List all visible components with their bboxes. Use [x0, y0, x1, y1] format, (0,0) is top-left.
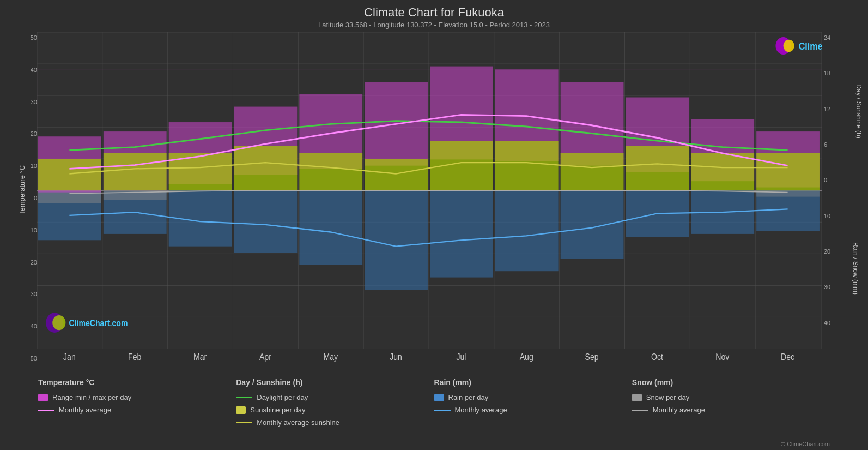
- legend-label-rain-avg: Monthly average: [455, 406, 507, 414]
- y-left-20: 20: [31, 130, 37, 137]
- legend-title-snow: Snow (mm): [632, 378, 830, 387]
- legend-item-sunshine-avg: Monthly average sunshine: [236, 418, 434, 427]
- svg-text:Dec: Dec: [781, 352, 795, 362]
- svg-rect-57: [299, 153, 362, 190]
- svg-rect-60: [495, 141, 559, 190]
- y-right-label-sunshine: Day / Sunshine (h): [854, 84, 862, 138]
- svg-rect-49: [561, 82, 624, 166]
- svg-text:Nov: Nov: [715, 352, 730, 362]
- svg-text:ClimeChart.com: ClimeChart.com: [69, 319, 128, 328]
- legend-label-sunshine-bar: Sunshine per day: [250, 406, 305, 414]
- legend-item-rain-avg: Monthly average: [434, 406, 632, 414]
- legend-item-temp-range: Range min / max per day: [38, 393, 236, 401]
- legend-line-temp-avg: [38, 410, 54, 411]
- svg-text:Jul: Jul: [456, 352, 466, 362]
- y-right-6: 6: [824, 141, 827, 148]
- legend-col-sunshine: Day / Sunshine (h) Daylight per day Suns…: [236, 378, 434, 445]
- legend-line-sunshine-avg: [236, 422, 252, 423]
- y-right-30: 30: [824, 284, 830, 290]
- svg-rect-34: [561, 190, 624, 259]
- svg-rect-64: [756, 153, 820, 190]
- svg-text:Oct: Oct: [651, 352, 664, 362]
- y-left-40: 40: [31, 67, 37, 73]
- svg-text:Apr: Apr: [259, 352, 271, 362]
- legend-col-rain: Rain (mm) Rain per day Monthly average: [434, 378, 632, 445]
- svg-rect-58: [365, 159, 428, 190]
- svg-text:Sep: Sep: [585, 352, 599, 362]
- svg-rect-30: [299, 190, 362, 265]
- x-axis-labels: Jan Feb Mar Apr May Jun Jul Aug Sep Oct …: [63, 352, 794, 362]
- svg-text:May: May: [323, 352, 338, 362]
- watermark-bottom: © ClimeChart.com: [781, 441, 830, 447]
- legend-label-temp-range: Range min / max per day: [52, 393, 131, 401]
- y-right-10: 10: [824, 213, 830, 219]
- svg-text:ClimeChart.com: ClimeChart.com: [799, 40, 822, 52]
- legend-swatch-temp-range: [38, 394, 48, 401]
- y-left-n30: -30: [28, 291, 37, 297]
- svg-point-82: [784, 40, 794, 52]
- y-left-30: 30: [31, 99, 37, 105]
- svg-text:Aug: Aug: [520, 352, 533, 362]
- svg-rect-33: [495, 190, 559, 271]
- y-left-10: 10: [31, 163, 37, 169]
- y-right-0t: 0: [824, 177, 827, 183]
- svg-text:Jan: Jan: [63, 352, 76, 362]
- legend-line-snow-avg: [632, 410, 648, 411]
- legend-item-snow-bar: Snow per day: [632, 393, 830, 401]
- svg-rect-32: [430, 190, 493, 277]
- svg-rect-40: [756, 190, 820, 196]
- y-right-12: 12: [824, 106, 830, 112]
- y-right-40: 40: [824, 320, 830, 326]
- y-right-pad: -: [822, 355, 824, 362]
- svg-point-79: [52, 315, 65, 330]
- y-left-n50: -50: [28, 355, 37, 362]
- svg-text:Feb: Feb: [128, 352, 141, 362]
- svg-rect-54: [104, 153, 167, 190]
- legend-item-snow-avg: Monthly average: [632, 406, 830, 414]
- svg-rect-29: [234, 190, 298, 253]
- legend-col-snow: Snow (mm) Snow per day Monthly average ©…: [632, 378, 830, 445]
- y-left-50: 50: [31, 34, 37, 41]
- legend-item-rain-bar: Rain per day: [434, 393, 632, 401]
- y-left-n10: -10: [28, 227, 37, 233]
- svg-rect-31: [365, 190, 428, 290]
- chart-area: Temperature °C 50 40 30 20 10 0 -10 -20 …: [11, 32, 857, 374]
- y-left-n20: -20: [28, 259, 37, 266]
- chart-svg: Jan Feb Mar Apr May Jun Jul Aug Sep Oct …: [37, 32, 822, 374]
- legend-title-temperature: Temperature °C: [38, 378, 236, 387]
- legend-swatch-rain: [434, 394, 444, 401]
- legend-item-temp-avg: Monthly average: [38, 406, 236, 414]
- legend-label-snow-bar: Snow per day: [646, 393, 690, 401]
- legend-swatch-sunshine: [236, 406, 246, 414]
- y-right-18: 18: [824, 70, 830, 76]
- y-right-label-rain: Rain / Snow (mm): [852, 242, 859, 295]
- legend-label-rain-bar: Rain per day: [448, 393, 489, 401]
- legend-title-rain: Rain (mm): [434, 378, 632, 387]
- legend-title-sunshine: Day / Sunshine (h): [236, 378, 434, 387]
- svg-rect-56: [234, 146, 298, 190]
- legend-line-rain-avg: [434, 410, 451, 411]
- y-right-20: 20: [824, 248, 830, 255]
- chart-title: Climate Chart for Fukuoka: [11, 5, 857, 20]
- svg-text:Mar: Mar: [193, 352, 207, 362]
- svg-rect-62: [626, 146, 689, 190]
- svg-rect-63: [691, 153, 754, 190]
- svg-rect-53: [38, 159, 101, 190]
- legend-swatch-snow: [632, 394, 642, 401]
- legend-label-sunshine-avg: Monthly average sunshine: [257, 418, 339, 427]
- y-left-n40: -40: [28, 323, 37, 329]
- legend-item-sunshine-bar: Sunshine per day: [236, 406, 434, 414]
- page-wrapper: Climate Chart for Fukuoka Latitude 33.56…: [0, 0, 868, 450]
- legend-col-temperature: Temperature °C Range min / max per day M…: [38, 378, 236, 445]
- y-left-label-rotate: Temperature °C: [18, 165, 26, 215]
- svg-text:Jun: Jun: [390, 352, 402, 362]
- chart-main: Jan Feb Mar Apr May Jun Jul Aug Sep Oct …: [37, 32, 822, 374]
- svg-rect-61: [561, 153, 624, 190]
- svg-rect-59: [430, 141, 493, 190]
- legend-label-temp-avg: Monthly average: [59, 406, 111, 414]
- legend-label-snow-avg: Monthly average: [653, 406, 705, 414]
- legend-label-daylight: Daylight per day: [257, 393, 308, 401]
- legend-line-daylight: [236, 397, 252, 398]
- y-right-24: 24: [824, 34, 830, 41]
- chart-subtitle: Latitude 33.568 - Longitude 130.372 - El…: [11, 21, 857, 29]
